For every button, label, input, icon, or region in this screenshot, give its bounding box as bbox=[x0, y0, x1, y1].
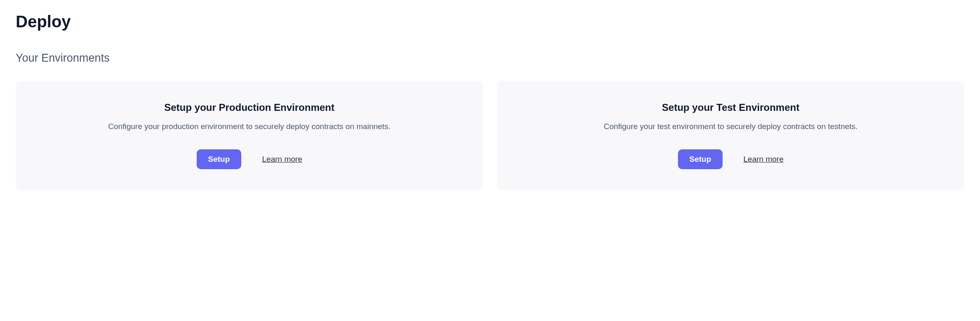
card-title: Setup your Production Environment bbox=[164, 102, 334, 113]
section-title: Your Environments bbox=[16, 52, 964, 65]
page-title: Deploy bbox=[16, 12, 964, 31]
learn-more-link[interactable]: Learn more bbox=[262, 155, 302, 164]
card-description: Configure your production environment to… bbox=[108, 121, 390, 133]
setup-button[interactable]: Setup bbox=[197, 149, 242, 169]
environment-card-test: Setup your Test Environment Configure yo… bbox=[497, 81, 964, 190]
card-actions: Setup Learn more bbox=[197, 149, 302, 169]
card-description: Configure your test environment to secur… bbox=[604, 121, 858, 133]
environment-card-production: Setup your Production Environment Config… bbox=[16, 81, 483, 190]
setup-button[interactable]: Setup bbox=[678, 149, 723, 169]
learn-more-link[interactable]: Learn more bbox=[743, 155, 783, 164]
card-title: Setup your Test Environment bbox=[662, 102, 799, 113]
environments-container: Setup your Production Environment Config… bbox=[16, 81, 964, 190]
card-actions: Setup Learn more bbox=[678, 149, 784, 169]
